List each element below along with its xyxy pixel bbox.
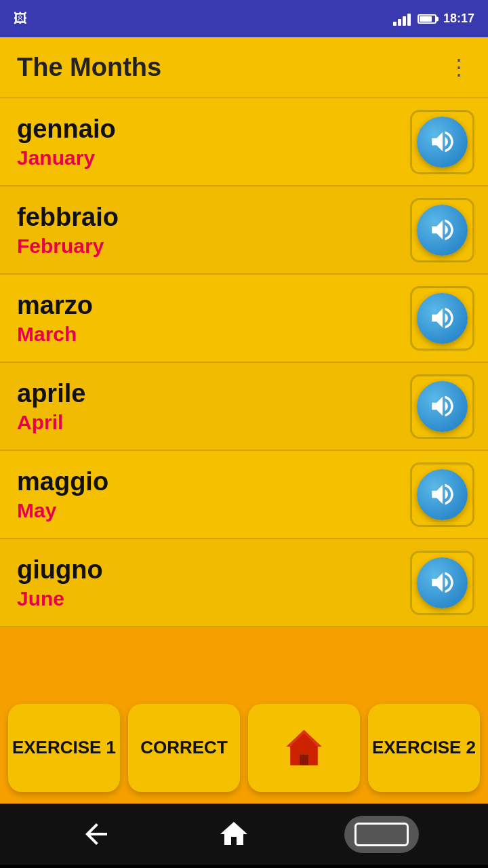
sound-icon-2: [428, 304, 457, 332]
sound-button-1[interactable]: [410, 198, 474, 262]
menu-dots-button[interactable]: ⋮: [448, 54, 471, 80]
signal-bars: [393, 12, 411, 26]
month-italian-5: giugno: [17, 555, 103, 585]
month-italian-0: gennaio: [17, 115, 116, 144]
status-time: 18:17: [443, 12, 474, 26]
status-bar: 🖼 18:17: [0, 0, 488, 37]
month-english-3: April: [17, 411, 85, 434]
svg-rect-1: [300, 754, 308, 765]
month-text-0: gennaio January: [17, 115, 116, 170]
sound-circle-3: [417, 381, 468, 432]
month-english-5: June: [17, 587, 103, 610]
month-text-5: giugno June: [17, 555, 103, 610]
exercise1-button[interactable]: EXERCISE 1: [8, 704, 120, 792]
bottom-buttons-bar: EXERCISE 1 CORRECT EXERCISE 2: [0, 692, 488, 804]
sound-button-4[interactable]: [410, 462, 474, 527]
month-item: marzo March: [0, 275, 488, 363]
month-english-0: January: [17, 146, 116, 170]
bottom-spacer: [0, 627, 488, 692]
month-italian-1: febbraio: [17, 203, 119, 232]
sound-icon-4: [428, 480, 457, 509]
month-text-2: marzo March: [17, 291, 93, 346]
month-italian-3: aprile: [17, 379, 85, 408]
home-button[interactable]: [248, 704, 360, 792]
recent-apps-button[interactable]: [344, 816, 419, 853]
sound-button-3[interactable]: [410, 374, 474, 439]
sound-icon-5: [428, 568, 457, 597]
month-italian-2: marzo: [17, 291, 93, 320]
exercise2-button[interactable]: EXERCISE 2: [368, 704, 480, 792]
sound-circle-5: [417, 557, 468, 608]
sound-button-5[interactable]: [410, 551, 474, 615]
sound-circle-0: [417, 117, 468, 167]
month-item: aprile April: [0, 363, 488, 451]
sound-icon-3: [428, 392, 457, 420]
back-button[interactable]: [69, 807, 123, 861]
month-text-4: maggio May: [17, 467, 108, 522]
month-item: gennaio January: [0, 98, 488, 186]
month-english-4: May: [17, 499, 108, 522]
month-english-2: March: [17, 323, 93, 346]
sound-circle-4: [417, 469, 468, 520]
photo-icon: 🖼: [14, 11, 27, 26]
app-title: The Months: [17, 53, 161, 82]
month-english-1: February: [17, 235, 119, 258]
battery-icon: [418, 14, 436, 24]
month-italian-4: maggio: [17, 467, 108, 496]
recent-apps-icon: [354, 823, 409, 846]
home-nav-button[interactable]: [207, 807, 261, 861]
sound-button-0[interactable]: [410, 110, 474, 174]
month-item: giugno June: [0, 539, 488, 627]
home-icon: [282, 726, 326, 770]
sound-circle-2: [417, 293, 468, 344]
months-list: gennaio January febbraio February: [0, 98, 488, 627]
month-text-3: aprile April: [17, 379, 85, 434]
home-nav-icon: [218, 818, 250, 850]
status-bar-right: 18:17: [393, 12, 474, 26]
app-header: The Months ⋮: [0, 37, 488, 98]
correct-button[interactable]: CORRECT: [128, 704, 240, 792]
month-item: febbraio February: [0, 186, 488, 275]
sound-circle-1: [417, 205, 468, 256]
status-bar-left: 🖼: [14, 11, 27, 26]
nav-bar: [0, 804, 488, 865]
back-icon: [80, 818, 113, 850]
sound-button-2[interactable]: [410, 286, 474, 351]
sound-icon-1: [428, 216, 457, 244]
sound-icon-0: [428, 127, 457, 156]
month-item: maggio May: [0, 451, 488, 539]
month-text-1: febbraio February: [17, 203, 119, 258]
